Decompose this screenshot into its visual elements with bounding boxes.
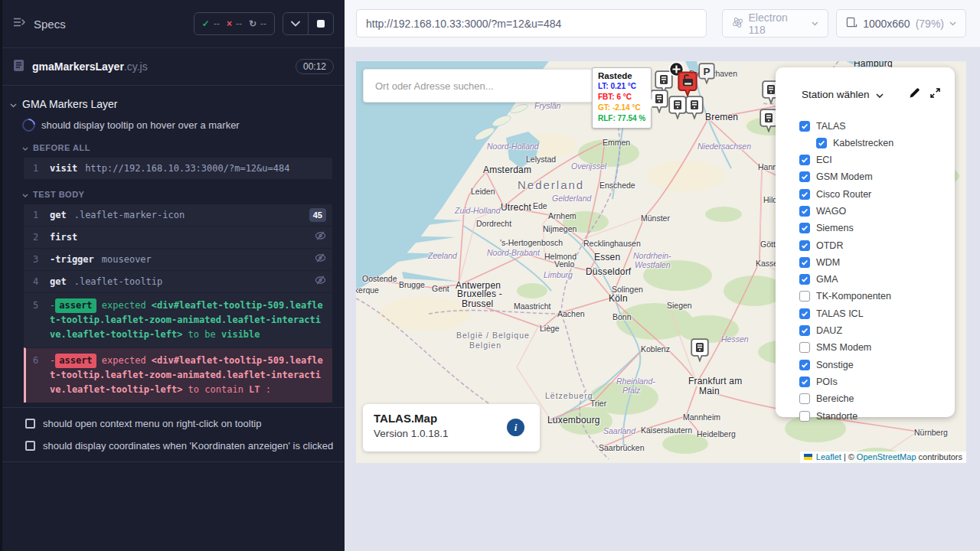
map-label: Münster — [641, 214, 670, 223]
map-label: Saarbrücken — [599, 443, 645, 452]
station-select-dropdown[interactable]: Station wählen — [802, 89, 870, 100]
parking-marker-icon[interactable]: P — [698, 63, 715, 87]
checkbox-checked[interactable] — [816, 138, 827, 148]
station-filter-row[interactable]: WAGO — [799, 205, 955, 217]
checkbox-checked[interactable] — [799, 240, 810, 251]
checkbox-unchecked[interactable] — [799, 411, 810, 422]
station-filter-row[interactable]: POIs — [799, 376, 955, 387]
map-label: Heidelberg — [697, 429, 736, 439]
leaflet-link[interactable]: Leaflet — [816, 452, 841, 461]
marker-tooltip[interactable]: Rastede LT: 0.21 °CFBT: 6 °CGT: -2.14 °C… — [592, 67, 652, 129]
command-row[interactable]: 3-triggermouseover — [24, 248, 332, 270]
url-input[interactable] — [356, 9, 707, 37]
checkbox-unchecked[interactable] — [799, 393, 810, 404]
map-label: Ede — [533, 201, 547, 210]
checkbox-checked[interactable] — [799, 377, 810, 387]
checkbox-unchecked[interactable] — [799, 342, 810, 353]
station-filter-row[interactable]: Cisco Router — [799, 188, 955, 200]
station-filter-row[interactable]: GSM Modem — [799, 171, 955, 183]
command-row[interactable]: 1get.leaflet-marker-icon45 — [24, 204, 332, 226]
gma-marker-icon[interactable] — [678, 71, 697, 100]
info-icon[interactable]: i — [507, 419, 524, 436]
map-label: Kaiserslautern — [641, 425, 692, 435]
run-controls — [283, 12, 334, 35]
collapse-button[interactable] — [283, 13, 308, 34]
assert-failed-row[interactable]: 6 -assert expected <div#leaflet-tooltip-… — [24, 347, 332, 403]
station-filter-row[interactable]: GMA — [799, 274, 955, 285]
command-row[interactable]: 1visithttp://192.168.10.33:3000/?m=12&u=… — [24, 158, 332, 179]
pending-test-row[interactable]: should open context menu on right-click … — [2, 412, 345, 435]
pending-test-row[interactable]: should display coordinates when 'Koordin… — [2, 435, 345, 457]
viewport-selector[interactable]: 1000x660 (79%) — [836, 9, 966, 37]
leaflet-map[interactable]: HamburgBremerhavenBremenNiedersachsenHan… — [356, 61, 966, 463]
map-label: Venlo — [554, 259, 574, 269]
checkbox-checked[interactable] — [799, 206, 810, 217]
command-method: get — [50, 209, 67, 221]
checkbox-checked[interactable] — [799, 325, 810, 336]
map-label: Niedersachsen — [697, 142, 751, 151]
station-filter-row[interactable]: TALAS ICL — [799, 308, 955, 319]
station-marker-icon[interactable] — [691, 338, 709, 365]
command-number: 6 — [33, 354, 50, 368]
spec-file-row[interactable]: gmaMarkersLayer.cy.js 00:12 — [2, 48, 345, 86]
checkbox-checked[interactable] — [799, 308, 810, 319]
stop-button[interactable] — [308, 13, 333, 34]
active-test-row[interactable]: should display tooltip on hover over a m… — [2, 113, 345, 137]
station-filter-row[interactable]: Standorte — [799, 410, 955, 422]
station-filter-row[interactable]: TK-Komponenten — [799, 291, 955, 302]
map-label: Dordrecht — [476, 219, 511, 228]
fullscreen-expand-icon[interactable] — [929, 87, 941, 102]
assert-passed-row[interactable]: 5 -assert expected <div#leaflet-tooltip-… — [24, 292, 332, 347]
chevron-down-icon — [812, 21, 818, 26]
aut-topbar: Electron 118 1000x660 (79%) — [345, 0, 980, 47]
pending-stat: ↻ -- — [249, 18, 266, 29]
map-label: Oostende — [362, 274, 397, 283]
specs-list-icon[interactable] — [13, 17, 26, 31]
station-filter-row[interactable]: TALAS — [799, 120, 955, 132]
map-label: Bremen — [705, 112, 738, 122]
station-filter-label: TK-Komponenten — [816, 291, 891, 302]
browser-selector[interactable]: Electron 118 — [722, 9, 829, 37]
checkbox-unchecked[interactable] — [799, 291, 810, 302]
station-filter-row[interactable]: Siemens — [799, 223, 955, 234]
failed-stat: × -- — [227, 18, 242, 29]
chevron-down-icon[interactable] — [876, 88, 884, 102]
station-filter-row[interactable]: SMS Modem — [799, 342, 955, 354]
aut-panel: Electron 118 1000x660 (79%) — [345, 0, 980, 551]
checkbox-checked[interactable] — [799, 360, 810, 370]
station-filter-row[interactable]: Kabelstrecken — [816, 137, 955, 148]
checkbox-checked[interactable] — [799, 171, 810, 182]
station-filter-label: GSM Modem — [816, 171, 873, 182]
checkbox-checked[interactable] — [799, 223, 810, 233]
suite-row[interactable]: GMA Markers Layer — [2, 95, 345, 113]
checkbox-checked[interactable] — [799, 274, 810, 285]
map-label: Gent — [432, 284, 449, 293]
map-label: Lëtzebuerg — [545, 391, 593, 400]
map-label: Liège — [540, 324, 560, 333]
before-all-commands: 1visithttp://192.168.10.33:3000/?m=12&u=… — [24, 158, 332, 179]
station-filter-row[interactable]: Bereiche — [799, 393, 955, 405]
map-search-input[interactable] — [363, 69, 593, 103]
test-body-section[interactable]: TEST BODY — [2, 184, 345, 203]
checkbox-checked[interactable] — [799, 121, 810, 132]
osm-link[interactable]: OpenStreetMap — [857, 452, 916, 461]
map-label: Nederland — [518, 178, 584, 191]
map-label: Bruxelles - — [457, 289, 502, 299]
station-filter-label: DAUZ — [816, 325, 842, 336]
station-filter-row[interactable]: ECI — [799, 155, 955, 166]
checkbox-checked[interactable] — [799, 155, 810, 165]
station-filter-row[interactable]: OTDR — [799, 240, 955, 251]
map-attribution: Leaflet | © OpenStreetMap contributors — [800, 452, 966, 463]
command-row[interactable]: 4get.leaflet-tooltip — [24, 270, 332, 292]
station-filter-row[interactable]: WDM — [799, 256, 955, 268]
command-row[interactable]: 2first — [24, 226, 332, 248]
chevron-down-icon — [949, 21, 956, 26]
edit-pencil-icon[interactable] — [909, 87, 920, 102]
command-number: 5 — [33, 298, 50, 313]
station-filter-row[interactable]: Sonstige — [799, 359, 955, 370]
station-filter-row[interactable]: DAUZ — [799, 325, 955, 337]
checkbox-checked[interactable] — [799, 257, 810, 268]
before-all-section[interactable]: BEFORE ALL — [2, 137, 345, 156]
station-filter-label: ECI — [816, 155, 832, 165]
checkbox-checked[interactable] — [799, 189, 810, 200]
